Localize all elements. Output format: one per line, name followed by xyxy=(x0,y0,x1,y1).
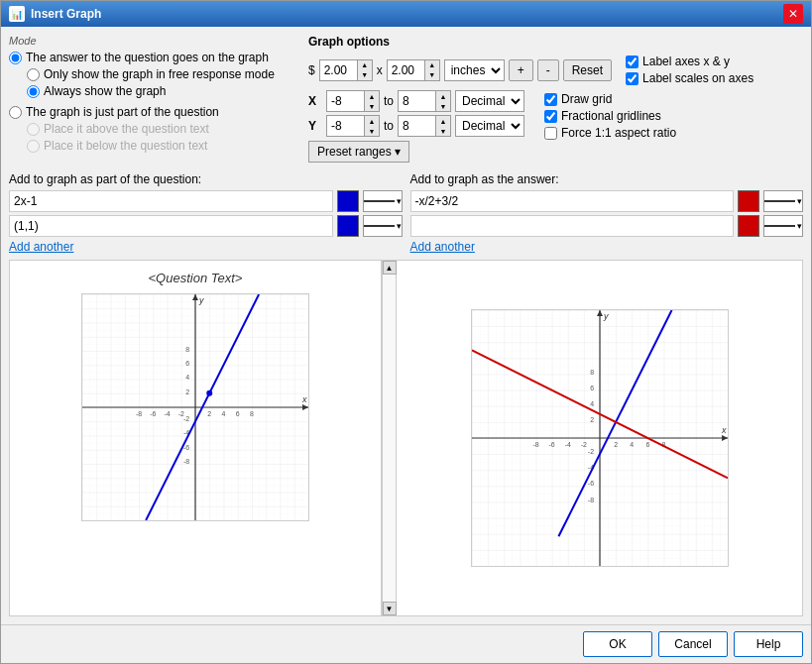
help-button[interactable]: Help xyxy=(734,631,803,657)
question-add-another[interactable]: Add another xyxy=(9,240,403,254)
answer-input-2[interactable] xyxy=(410,215,735,237)
left-graph-svg: x y 2 4 6 -2 -4 -6 -8 8 2 4 6 xyxy=(81,293,309,521)
size-prefix: $ xyxy=(308,63,315,77)
radio-free-response: Only show the graph in free response mod… xyxy=(27,67,296,81)
svg-text:2: 2 xyxy=(207,410,211,417)
check-label-scales: Label scales on axes xyxy=(626,71,754,85)
svg-point-26 xyxy=(206,390,212,396)
minus-button[interactable]: - xyxy=(537,59,559,81)
check-label-axes: Label axes x & y xyxy=(626,55,754,68)
svg-text:6: 6 xyxy=(236,410,240,417)
ok-button[interactable]: OK xyxy=(583,631,652,657)
height-down-btn[interactable]: ▼ xyxy=(425,70,439,80)
width-up-btn[interactable]: ▲ xyxy=(358,60,372,70)
title-bar: 📊 Insert Graph ✕ xyxy=(1,1,811,27)
height-spinbox: ▲ ▼ xyxy=(387,59,440,81)
question-input-2[interactable] xyxy=(9,215,333,237)
radio-part-of-question: The graph is just part of the question xyxy=(9,105,296,119)
plus-button[interactable]: + xyxy=(509,59,533,81)
x-from-up[interactable]: ▲ xyxy=(365,91,379,101)
check-fractional: Fractional gridlines xyxy=(544,109,676,123)
question-linestyle-2[interactable]: ▾ xyxy=(363,215,403,237)
x-from-input[interactable] xyxy=(326,90,364,112)
y-to-up[interactable]: ▲ xyxy=(436,116,450,126)
y-to-input[interactable] xyxy=(398,115,435,137)
right-panel: Graph options $ ▲ ▼ x xyxy=(308,35,803,163)
answer-entry-panel: Add to graph as the answer: ▾ ▾ xyxy=(410,172,804,254)
svg-text:6: 6 xyxy=(590,385,594,391)
answer-color-1[interactable] xyxy=(738,190,759,212)
left-scrollbar: ▲ ▼ xyxy=(382,261,396,615)
answer-linestyle-1[interactable]: ▾ xyxy=(763,190,803,212)
scroll-down-btn[interactable]: ▼ xyxy=(383,602,397,615)
x-format-select[interactable]: Decimal Fraction Integer xyxy=(455,90,524,112)
answer-linestyle-2[interactable]: ▾ xyxy=(763,215,803,237)
answer-input-1[interactable] xyxy=(410,190,735,212)
answer-entry-label: Add to graph as the answer: xyxy=(410,172,804,186)
svg-text:x: x xyxy=(301,394,307,404)
window-icon: 📊 xyxy=(9,6,25,22)
y-to-down[interactable]: ▼ xyxy=(436,126,450,136)
question-linestyle-1[interactable]: ▾ xyxy=(363,190,403,212)
svg-text:4: 4 xyxy=(630,441,634,448)
y-from-down[interactable]: ▼ xyxy=(365,126,379,136)
cancel-button[interactable]: Cancel xyxy=(658,631,728,657)
svg-text:-4: -4 xyxy=(564,441,570,448)
close-button[interactable]: ✕ xyxy=(783,4,803,24)
y-to-label: to xyxy=(384,119,394,133)
question-input-1[interactable] xyxy=(9,190,333,212)
check-draw-grid: Draw grid xyxy=(544,92,676,106)
answer-color-2[interactable] xyxy=(738,215,759,237)
svg-text:-2: -2 xyxy=(587,448,593,455)
x-to-input[interactable] xyxy=(398,90,435,112)
preset-ranges-button[interactable]: Preset ranges ▾ xyxy=(308,141,409,163)
answer-entry-row-1: ▾ xyxy=(410,190,804,212)
y-to-spinbox: ▲ ▼ xyxy=(398,115,451,137)
answer-add-another[interactable]: Add another xyxy=(410,240,804,254)
unit-select[interactable]: inches cm xyxy=(444,59,505,81)
x-from-down[interactable]: ▼ xyxy=(365,101,379,111)
checkboxes-panel: Label axes x & y Label scales on axes xyxy=(626,55,754,85)
reset-button[interactable]: Reset xyxy=(563,59,612,81)
question-entry-label: Add to graph as part of the question: xyxy=(9,172,403,186)
svg-text:-8: -8 xyxy=(532,441,538,448)
radio-answer-on-graph: The answer to the question goes on the g… xyxy=(9,51,296,64)
question-color-2[interactable] xyxy=(337,215,359,237)
width-spinbox: ▲ ▼ xyxy=(319,59,373,81)
scroll-up-btn[interactable]: ▲ xyxy=(383,261,397,275)
svg-text:-2: -2 xyxy=(580,441,586,448)
y-format-select[interactable]: Decimal Fraction Integer xyxy=(455,115,524,137)
width-down-btn[interactable]: ▼ xyxy=(358,70,372,80)
x-to-up[interactable]: ▲ xyxy=(436,91,450,101)
main-content: Mode The answer to the question goes on … xyxy=(1,27,811,624)
svg-text:4: 4 xyxy=(222,410,226,417)
x-axis-row: X ▲ ▼ to xyxy=(308,90,524,112)
size-x-label: x xyxy=(377,63,383,77)
graphs-container: <Question Text> xyxy=(9,260,803,616)
width-input[interactable] xyxy=(319,59,357,81)
x-to-label: to xyxy=(384,94,394,108)
svg-text:8: 8 xyxy=(185,346,189,353)
graph-entry-section: Add to graph as part of the question: ▾ … xyxy=(9,172,803,254)
y-from-up[interactable]: ▲ xyxy=(365,116,379,126)
svg-text:2: 2 xyxy=(590,416,594,423)
question-color-1[interactable] xyxy=(337,190,359,212)
axis-controls: X ▲ ▼ to xyxy=(308,90,524,163)
svg-text:-6: -6 xyxy=(548,441,554,448)
left-graph-panel: <Question Text> xyxy=(10,261,382,615)
svg-text:x: x xyxy=(721,425,727,435)
y-from-input[interactable] xyxy=(326,115,364,137)
x-to-down[interactable]: ▼ xyxy=(436,101,450,111)
svg-text:4: 4 xyxy=(185,374,189,381)
svg-text:-8: -8 xyxy=(183,458,189,465)
height-up-btn[interactable]: ▲ xyxy=(425,60,439,70)
answer-entry-row-2: ▾ xyxy=(410,215,804,237)
window-title: Insert Graph xyxy=(31,7,101,21)
footer-bar: OK Cancel Help xyxy=(1,624,811,663)
height-input[interactable] xyxy=(387,59,424,81)
extra-checkboxes: Draw grid Fractional gridlines Force 1:1… xyxy=(544,90,676,163)
svg-text:-2: -2 xyxy=(183,415,189,422)
question-entry-row-1: ▾ xyxy=(9,190,403,212)
preset-label: Preset ranges ▾ xyxy=(317,145,401,159)
y-from-spinbox: ▲ ▼ xyxy=(326,115,380,137)
